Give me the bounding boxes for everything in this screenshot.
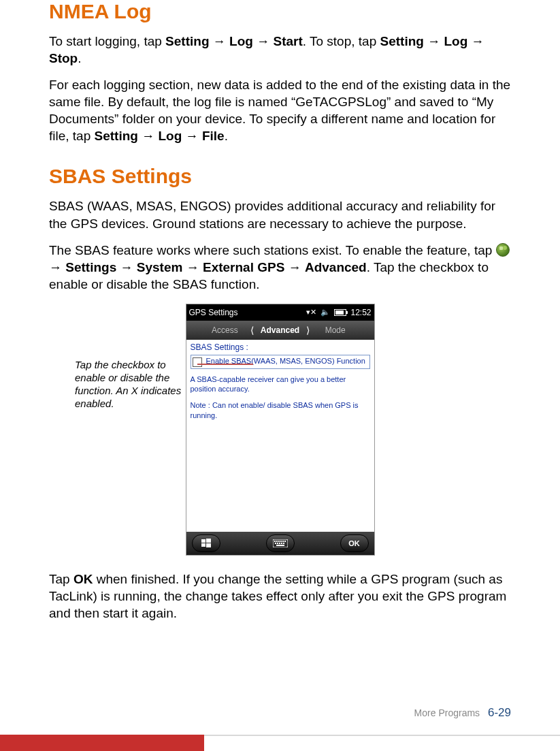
svg-rect-15 <box>283 543 284 544</box>
battery-icon <box>334 309 346 316</box>
tab-bar: Access ⟨ Advanced ⟩ Mode <box>186 321 374 340</box>
text-bold: Log <box>229 34 253 48</box>
nmea-heading: NMEA Log <box>49 0 511 23</box>
sbas-checkbox-row[interactable]: Enable SBAS(WAAS, MSAS, ENGOS) Function <box>191 355 370 369</box>
svg-rect-7 <box>278 541 280 542</box>
svg-rect-12 <box>277 543 278 544</box>
text: . To stop, tap <box>303 34 380 48</box>
clock: 12:52 <box>350 308 371 317</box>
svg-rect-2 <box>201 543 205 547</box>
svg-rect-1 <box>206 539 211 543</box>
text-bold: Settings <box>65 260 116 274</box>
page-number: 6-29 <box>488 706 511 719</box>
device-titlebar: GPS Settings ▾✕ 🔈 12:52 <box>186 304 374 321</box>
svg-rect-16 <box>276 545 284 546</box>
text-bold: External GPS <box>203 260 284 274</box>
arrow-icon: → <box>182 260 203 274</box>
sbas-p2: The SBAS feature works where such statio… <box>49 242 511 293</box>
sbas-description: A SBAS-capable receiver can give you a b… <box>191 374 370 394</box>
arrow-icon: → <box>210 34 230 48</box>
text-bold: System <box>137 260 183 274</box>
arrow-icon: → <box>253 34 274 48</box>
arrow-icon: → <box>424 34 444 48</box>
speaker-icon: 🔈 <box>320 308 330 317</box>
start-icon <box>496 243 510 257</box>
text: when finished. If you change the setting… <box>49 572 506 620</box>
window-title: GPS Settings <box>189 308 238 317</box>
arrow-icon: → <box>467 34 484 48</box>
arrow-icon: → <box>182 129 202 143</box>
sbas-heading: SBAS Settings <box>49 165 511 188</box>
status-icons: ▾✕ 🔈 12:52 <box>306 308 371 317</box>
ok-button[interactable]: OK <box>340 534 369 552</box>
windows-icon <box>201 538 212 549</box>
text: Tap <box>49 572 73 586</box>
keyboard-button[interactable] <box>266 534 295 552</box>
callout-line <box>197 364 253 365</box>
signal-icon: ▾✕ <box>306 308 316 317</box>
keyboard-icon <box>273 539 288 547</box>
start-button[interactable] <box>192 534 220 552</box>
sbas-note: Note : Can not enable/ disable SBAS when… <box>191 400 370 420</box>
svg-rect-3 <box>206 543 211 547</box>
page-footer: More Programs 6-29 <box>414 706 511 720</box>
arrow-icon: → <box>284 260 305 274</box>
text-bold: Stop <box>49 51 78 65</box>
figure: Tap the checkbox to enable or disable th… <box>49 304 511 556</box>
text-bold: Setting <box>165 34 209 48</box>
text: . <box>78 51 81 65</box>
device-screenshot: GPS Settings ▾✕ 🔈 12:52 Access ⟨ Advance… <box>186 304 375 556</box>
text-bold: Advanced <box>305 260 367 274</box>
text-bold: Start <box>273 34 302 48</box>
device-content: SBAS Settings : Enable SBAS(WAAS, MSAS, … <box>186 340 374 532</box>
svg-rect-10 <box>284 541 286 542</box>
svg-rect-9 <box>282 541 284 542</box>
footer-section: More Programs <box>414 707 480 718</box>
footer-tab <box>0 735 204 751</box>
svg-rect-8 <box>280 541 282 542</box>
tab-advanced[interactable]: Advanced <box>261 325 299 335</box>
tab-mode[interactable]: Mode <box>316 325 354 335</box>
callout-text: Tap the checkbox to enable or disable th… <box>75 358 196 411</box>
text-bold: Log <box>159 129 182 143</box>
arrow-icon: → <box>116 260 137 274</box>
nmea-p2: For each logging section, new data is ad… <box>49 76 511 144</box>
svg-rect-5 <box>274 541 276 542</box>
text-bold: OK <box>73 572 93 586</box>
arrow-icon: → <box>49 260 65 274</box>
text-bold: Log <box>444 34 467 48</box>
text-bold: Setting <box>380 34 423 48</box>
chevron-left-icon[interactable]: ⟨ <box>246 325 258 336</box>
text: . <box>225 129 228 143</box>
svg-rect-14 <box>281 543 282 544</box>
text-bold: Setting <box>95 129 138 143</box>
svg-rect-6 <box>276 541 278 542</box>
chevron-right-icon[interactable]: ⟩ <box>302 325 314 336</box>
sbas-settings-label: SBAS Settings : <box>191 342 370 352</box>
sbas-p3: Tap OK when finished. If you change the … <box>49 571 511 622</box>
device-bottombar: OK <box>186 532 374 555</box>
nmea-p1: To start logging, tap Setting → Log → St… <box>49 33 511 67</box>
svg-rect-13 <box>279 543 280 544</box>
arrow-icon: → <box>138 129 159 143</box>
footer-divider <box>204 735 560 736</box>
svg-rect-11 <box>275 543 276 544</box>
tab-access[interactable]: Access <box>206 325 244 335</box>
text-bold: File <box>202 129 225 143</box>
svg-rect-0 <box>201 539 205 543</box>
sbas-p1: SBAS (WAAS, MSAS, ENGOS) provides additi… <box>49 197 511 231</box>
text: To start logging, tap <box>49 34 165 48</box>
text: The SBAS feature works where such statio… <box>49 243 496 257</box>
